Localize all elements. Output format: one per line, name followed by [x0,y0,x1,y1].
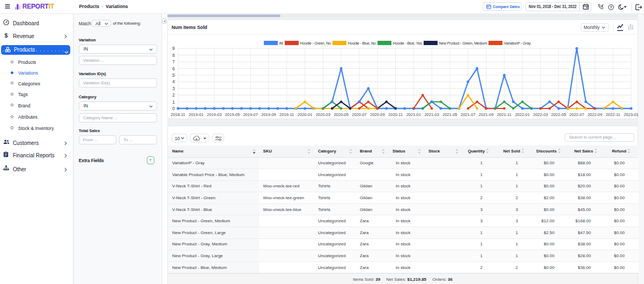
svg-text:2021-05: 2021-05 [442,112,457,117]
svg-text:2022-09: 2022-09 [588,112,603,117]
svg-text:2022-01: 2022-01 [515,112,530,117]
svg-text:7: 7 [172,59,175,64]
svg-text:2022-07: 2022-07 [569,112,584,117]
svg-text:6: 6 [172,66,175,71]
svg-text:2020-03: 2020-03 [316,112,331,117]
svg-text:2019-09: 2019-09 [261,112,276,117]
svg-text:2021-11: 2021-11 [497,112,512,117]
svg-text:2018-11: 2018-11 [171,112,186,117]
svg-text:2019-05: 2019-05 [225,112,240,117]
svg-text:2021-03: 2021-03 [424,112,439,117]
svg-text:2021-09: 2021-09 [479,112,494,117]
svg-text:$: $ [5,32,8,39]
svg-text:2019-03: 2019-03 [207,112,222,117]
svg-text:2021-07: 2021-07 [461,112,476,117]
svg-text:4: 4 [172,79,175,84]
svg-text:0: 0 [172,106,175,111]
svg-text:2: 2 [172,92,175,98]
svg-text:?: ? [610,5,612,9]
svg-text:2019-01: 2019-01 [189,112,204,117]
svg-text:2020-07: 2020-07 [352,112,367,117]
svg-text:8: 8 [172,53,175,58]
svg-text:9: 9 [172,46,175,51]
svg-text:2022-11: 2022-11 [606,112,620,117]
svg-text:3: 3 [172,86,175,91]
svg-text:2022-05: 2022-05 [551,112,566,117]
svg-text:2020-01: 2020-01 [298,112,313,117]
svg-text:2020-11: 2020-11 [388,112,403,117]
svg-text:2021-01: 2021-01 [406,112,421,117]
svg-text:2023-01: 2023-01 [624,112,639,117]
svg-text:1: 1 [172,99,175,105]
svg-text:2019-11: 2019-11 [279,112,294,117]
svg-text:2019-07: 2019-07 [243,112,258,117]
svg-text:2020-09: 2020-09 [370,112,385,117]
svg-text:2020-05: 2020-05 [334,112,349,117]
svg-text:5: 5 [172,72,175,78]
svg-text:2022-03: 2022-03 [533,112,548,117]
